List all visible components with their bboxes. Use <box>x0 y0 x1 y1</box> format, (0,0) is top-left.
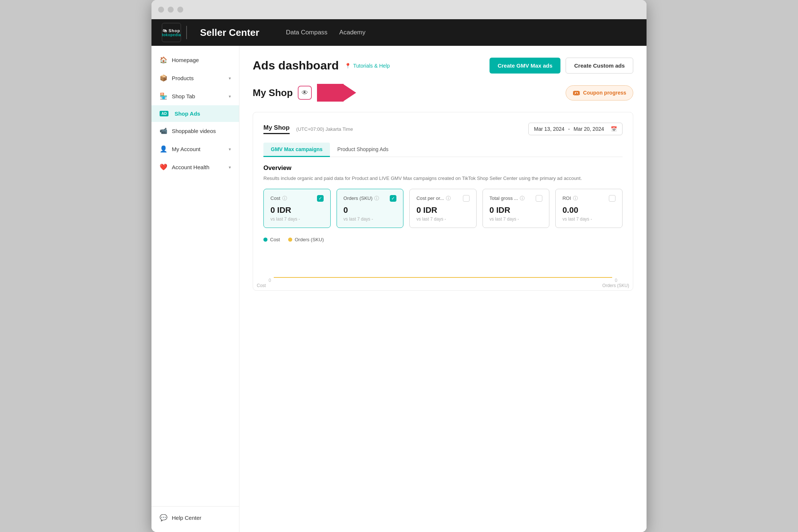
eye-button[interactable]: 👁 <box>298 86 312 100</box>
metric-cpo-checkbox[interactable] <box>463 195 470 202</box>
metric-roi-label: ROI ⓘ <box>562 195 577 202</box>
metric-cost-label: Cost ⓘ <box>270 195 287 202</box>
overview-section: Overview Results include organic and pai… <box>263 164 623 182</box>
tutorials-link[interactable]: 📍 Tutorials & Help <box>345 63 390 69</box>
metric-orders-checkbox[interactable]: ✓ <box>390 195 396 202</box>
chart-axis-right-label: Orders (SKU) <box>602 283 629 288</box>
metric-card-orders-header: Orders (SKU) ⓘ ✓ <box>344 195 397 202</box>
arrow-indicator <box>317 84 356 102</box>
metric-tg-compare: vs last 7 days - <box>490 216 543 222</box>
metric-roi-text: ROI <box>562 195 571 201</box>
metric-roi-value: 0.00 <box>562 205 615 215</box>
tutorials-icon: 📍 <box>345 63 351 69</box>
metric-card-roi-header: ROI ⓘ <box>562 195 615 202</box>
titlebar-dot-yellow <box>168 7 174 13</box>
coupon-progress-button[interactable]: 🎟 Coupon progress <box>566 85 633 100</box>
sidebar-item-shop-tab[interactable]: 🏪 Shop Tab ▾ <box>151 87 239 105</box>
account-health-icon: ❤️ <box>160 163 167 171</box>
page-header: Ads dashboard 📍 Tutorials & Help Create … <box>253 58 633 74</box>
metric-cpo-value: 0 IDR <box>416 205 470 215</box>
shop-tab-icon: 🏪 <box>160 92 167 100</box>
date-from: Mar 13, 2024 <box>534 126 565 132</box>
home-icon: 🏠 <box>160 56 167 64</box>
legend-orders: Orders (SKU) <box>288 237 324 242</box>
legend-orders-label: Orders (SKU) <box>295 237 324 242</box>
legend-cost-dot <box>263 238 267 242</box>
metric-card-cost-header: Cost ⓘ ✓ <box>270 195 324 202</box>
metric-cost-checkbox[interactable]: ✓ <box>317 195 324 202</box>
tg-info-icon[interactable]: ⓘ <box>520 195 525 202</box>
metric-orders-label: Orders (SKU) ⓘ <box>344 195 379 202</box>
nav-seller-center: Seller Center <box>200 27 259 38</box>
metric-tg-text: Total gross ... <box>490 195 518 201</box>
chart-baseline-line <box>274 277 612 278</box>
metric-orders-text: Orders (SKU) <box>344 195 373 201</box>
cost-info-icon[interactable]: ⓘ <box>282 195 287 202</box>
legend-cost-label: Cost <box>270 237 280 242</box>
brand-name: tokopedia <box>162 33 181 37</box>
sidebar-bottom: 💬 Help Center <box>151 506 239 527</box>
sidebar-item-account-health[interactable]: ❤️ Account Health ▾ <box>151 158 239 176</box>
sidebar-item-products[interactable]: 📦 Products ▾ <box>151 69 239 87</box>
sidebar-item-homepage[interactable]: 🏠 Homepage <box>151 51 239 69</box>
calendar-icon: 📅 <box>611 126 617 132</box>
metric-card-cost-per-order: Cost per or... ⓘ 0 IDR vs last 7 days - <box>409 189 477 228</box>
metric-tg-checkbox[interactable] <box>536 195 542 202</box>
sidebar-item-shoppable-videos[interactable]: 📹 Shoppable videos <box>151 122 239 140</box>
chart-baseline-right: 0 <box>615 278 617 283</box>
metric-card-cost: Cost ⓘ ✓ 0 IDR vs last 7 days - <box>263 189 331 228</box>
brand-logo: 🛍 Shop tokopedia <box>162 23 181 42</box>
card-tabs: GMV Max campaigns Product Shopping Ads <box>263 143 623 157</box>
arrow-head <box>343 84 356 102</box>
card-shop-name: My Shop <box>263 124 290 134</box>
sidebar-label-account-health: Account Health <box>172 164 209 170</box>
sidebar: 🏠 Homepage 📦 Products ▾ 🏪 Shop Tab ▾ AD … <box>151 46 239 532</box>
main-layout: 🏠 Homepage 📦 Products ▾ 🏪 Shop Tab ▾ AD … <box>151 46 647 532</box>
timezone-label: (UTC+07:00) Jakarta Time <box>296 126 353 132</box>
cpo-info-icon[interactable]: ⓘ <box>446 195 451 202</box>
my-account-icon: 👤 <box>160 145 167 153</box>
metric-cpo-compare: vs last 7 days - <box>416 216 470 222</box>
shoppable-videos-icon: 📹 <box>160 127 167 135</box>
tab-product-shopping[interactable]: Product Shopping Ads <box>330 143 396 157</box>
metric-card-roi: ROI ⓘ 0.00 vs last 7 days - <box>555 189 623 228</box>
brand: 🛍 Shop tokopedia Seller Center <box>162 23 274 42</box>
sidebar-item-help-center[interactable]: 💬 Help Center <box>151 509 239 527</box>
tutorials-label: Tutorials & Help <box>353 63 390 69</box>
shop-tab-chevron-icon: ▾ <box>229 94 231 99</box>
ad-badge: AD <box>160 111 168 116</box>
create-custom-ads-button[interactable]: Create Custom ads <box>566 58 633 74</box>
sidebar-label-shop-ads: Shop Ads <box>174 110 200 117</box>
nav-data-compass[interactable]: Data Compass <box>286 29 327 36</box>
tab-gmv-campaigns[interactable]: GMV Max campaigns <box>263 143 330 157</box>
arrow-body <box>317 84 344 102</box>
sidebar-item-my-account[interactable]: 👤 My Account ▾ <box>151 140 239 158</box>
sidebar-label-shop-tab: Shop Tab <box>172 93 195 99</box>
orders-info-icon[interactable]: ⓘ <box>374 195 379 202</box>
date-picker[interactable]: Mar 13, 2024 - Mar 20, 2024 📅 <box>528 123 623 135</box>
roi-info-icon[interactable]: ⓘ <box>573 195 578 202</box>
metric-card-orders: Orders (SKU) ⓘ ✓ 0 vs last 7 days - <box>337 189 404 228</box>
sidebar-item-shop-ads[interactable]: AD Shop Ads <box>151 105 239 122</box>
metrics-row: Cost ⓘ ✓ 0 IDR vs last 7 days - Orders ( <box>263 189 623 228</box>
metric-orders-value: 0 <box>344 205 397 215</box>
products-icon: 📦 <box>160 74 167 82</box>
legend-orders-dot <box>288 238 292 242</box>
account-health-chevron-icon: ▾ <box>229 165 231 170</box>
coupon-progress-label: Coupon progress <box>583 90 626 96</box>
metric-roi-checkbox[interactable] <box>609 195 615 202</box>
page-title: Ads dashboard <box>253 59 339 72</box>
date-separator: - <box>568 126 570 132</box>
create-gmv-max-button[interactable]: Create GMV Max ads <box>490 58 560 74</box>
my-shop-section: My Shop 👁 🎟 Coupon progress <box>253 84 633 102</box>
metric-roi-compare: vs last 7 days - <box>562 216 615 222</box>
products-chevron-icon: ▾ <box>229 76 231 81</box>
sidebar-label-help-center: Help Center <box>172 515 201 521</box>
sidebar-label-homepage: Homepage <box>172 57 199 63</box>
chart-legend: Cost Orders (SKU) <box>263 237 623 242</box>
metric-cpo-label: Cost per or... ⓘ <box>416 195 450 202</box>
overview-desc: Results include organic and paid data fo… <box>263 175 623 182</box>
titlebar-dot-green <box>177 7 183 13</box>
my-shop-left: My Shop 👁 <box>253 84 356 102</box>
nav-academy[interactable]: Academy <box>339 29 365 36</box>
